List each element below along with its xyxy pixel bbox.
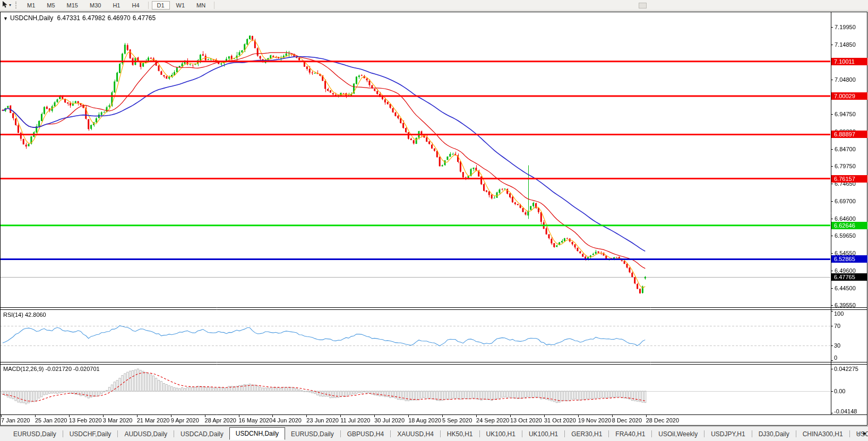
date-tick-label: 7 Jan 2020 <box>1 417 30 423</box>
tab-fra40-h1[interactable]: FRA40,H1 <box>609 428 651 440</box>
timeframe-button-w1[interactable]: W1 <box>171 1 191 10</box>
tabs-scroll-right-icon[interactable]: ▸ <box>863 428 866 438</box>
tab-eurusd-daily[interactable]: EURUSD,Daily <box>285 428 340 440</box>
date-tick-label: 21 Mar 2020 <box>137 417 170 423</box>
tab-separator <box>651 430 652 437</box>
date-tick-label: 19 Nov 2020 <box>578 417 611 423</box>
rsi-label: RSI(14) 42.8060 <box>3 312 46 318</box>
tab-usdcnh-daily[interactable]: USDCNH,Daily <box>229 427 285 440</box>
chart-symbol: USDCNH,Daily <box>10 14 53 22</box>
tab-separator <box>796 430 796 437</box>
date-tick-label: 13 Feb 2020 <box>69 417 102 423</box>
price-badge: 6.62646 <box>831 222 867 229</box>
tab-separator <box>704 430 704 437</box>
timeframe-button-m15[interactable]: M15 <box>62 1 83 10</box>
toolbar-overflow-button[interactable] <box>639 3 647 8</box>
tab-usdjpy-h1[interactable]: USDJPY,H1 <box>705 428 751 440</box>
tab-separator <box>340 430 341 437</box>
tab-separator <box>849 430 850 437</box>
price-badge: 6.52865 <box>831 255 867 263</box>
price-badge: 7.10011 <box>831 58 867 65</box>
tab-gbpusd-h4[interactable]: GBPUSD,H4 <box>341 428 390 440</box>
date-tick-label: 23 Jun 2020 <box>306 417 339 423</box>
tab-separator <box>63 430 63 437</box>
price-tick-label: 7.04800 <box>835 76 856 83</box>
tab-separator <box>479 430 480 437</box>
price-badge: 6.88897 <box>831 131 867 138</box>
tab-scroll-arrows: ◂ ▸ <box>857 428 866 438</box>
chevron-down-icon: ▾ <box>9 3 11 7</box>
macd-tick-label: -0.04148 <box>834 408 857 414</box>
date-tick-label: 13 Oct 2020 <box>510 417 542 423</box>
toolbar-separator <box>214 2 214 9</box>
timeframe-button-m5[interactable]: M5 <box>41 1 60 10</box>
tab-xauusd-h4[interactable]: XAUUSD,H4 <box>391 428 440 440</box>
date-tick-label: 31 Oct 2020 <box>544 417 576 423</box>
tab-eurusd-daily[interactable]: EURUSD,Daily <box>7 428 62 440</box>
date-tick-label: 25 Jan 2020 <box>35 417 67 423</box>
tab-separator <box>174 430 174 437</box>
date-tick-label: 24 Sep 2020 <box>476 417 509 423</box>
toolbar-separator <box>148 2 149 9</box>
tab-uk100-h1[interactable]: UK100,H1 <box>523 428 564 440</box>
date-tick-label: 9 Apr 2020 <box>171 417 199 423</box>
date-tick-label: 3 Mar 2020 <box>103 417 133 423</box>
tab-separator <box>608 430 609 437</box>
price-tick-label: 6.79750 <box>835 163 856 169</box>
timeframe-toolbar: ▾ M1M5M15M30H1H4D1W1MN <box>0 0 868 11</box>
date-tick-label: 30 Jul 2020 <box>374 417 405 423</box>
tabs-scroll-left-icon[interactable]: ◂ <box>857 428 860 438</box>
date-tick-label: 8 Dec 2020 <box>612 417 642 423</box>
date-tick-label: 11 Jul 2020 <box>340 417 370 423</box>
date-tick-label: 28 Dec 2020 <box>646 417 679 423</box>
timeframe-button-h1[interactable]: H1 <box>107 1 125 10</box>
cursor-tool-button[interactable]: ▾ <box>0 1 13 9</box>
tab-dj30-daily[interactable]: DJ30,Daily <box>753 428 795 440</box>
timeframe-buttons: M1M5M15M30H1H4D1W1MN <box>21 1 211 10</box>
tab-usoil-weekly[interactable]: USOil,Weekly <box>652 428 703 440</box>
chart-tabs: EURUSD,DailyUSDCHF,DailyAUDUSD,DailyUSDC… <box>7 428 868 440</box>
high-value: 6.47982 <box>82 14 105 22</box>
timeframe-button-mn[interactable]: MN <box>191 1 211 10</box>
timeframe-button-m1[interactable]: M1 <box>22 1 40 10</box>
tab-usdcad-daily[interactable]: USDCAD,Daily <box>175 428 229 440</box>
tab-uk100-h1[interactable]: UK100,H1 <box>480 428 521 440</box>
rsi-tick-label: 100 <box>834 310 844 317</box>
date-tick-label: 16 May 2020 <box>239 417 273 423</box>
chart-canvas[interactable] <box>0 12 867 426</box>
rsi-tick-label: 30 <box>834 342 840 349</box>
price-badge: 6.76157 <box>831 175 867 183</box>
price-tick-label: 7.14850 <box>835 41 856 48</box>
tab-audusd-daily[interactable]: AUDUSD,Daily <box>118 428 173 440</box>
mt4-app: ▾ M1M5M15M30H1H4D1W1MN ▼USDCNH,Daily 6.4… <box>0 0 868 441</box>
tab-separator <box>440 430 441 437</box>
price-badge: 6.47765 <box>831 273 867 281</box>
toolbar-grip[interactable] <box>15 2 18 8</box>
rsi-value: 42.8060 <box>25 312 46 318</box>
close-value: 6.47765 <box>133 14 156 22</box>
macd-label: MACD(12,26,9) -0.021720 -0.020701 <box>3 366 100 372</box>
timeframe-button-d1[interactable]: D1 <box>152 1 170 10</box>
tab-separator <box>117 430 118 437</box>
timeframe-button-m30[interactable]: M30 <box>84 1 106 10</box>
macd-tick-label: 0.00 <box>834 388 845 394</box>
tab-separator <box>564 430 565 437</box>
date-tick-label: 28 Apr 2020 <box>205 417 236 423</box>
price-tick-label: 6.64600 <box>835 215 856 222</box>
chart-title: ▼USDCNH,Daily 6.473316.479826.469706.477… <box>3 14 158 22</box>
tab-hk50-h1[interactable]: HK50,H1 <box>441 428 479 440</box>
open-value: 6.47331 <box>57 14 80 22</box>
timeframe-button-h4[interactable]: H4 <box>126 1 144 10</box>
rsi-tick-label: 0 <box>834 354 837 361</box>
rsi-tick-label: 70 <box>834 323 840 329</box>
collapse-icon[interactable]: ▼ <box>3 16 8 21</box>
chart-tab-bar: EURUSD,DailyUSDCHF,DailyAUDUSD,DailyUSDC… <box>0 426 868 441</box>
price-tick-label: 7.19950 <box>835 24 856 30</box>
price-tick-label: 6.44500 <box>835 285 856 291</box>
tab-usdchf-daily[interactable]: USDCHF,Daily <box>64 428 117 440</box>
tab-china300-h1[interactable]: CHINA300,H1 <box>797 428 849 440</box>
cursor-icon <box>2 1 8 9</box>
tab-separator <box>522 430 522 437</box>
tab-ger30-h1[interactable]: GER30,H1 <box>565 428 608 440</box>
tab-separator <box>752 430 752 437</box>
